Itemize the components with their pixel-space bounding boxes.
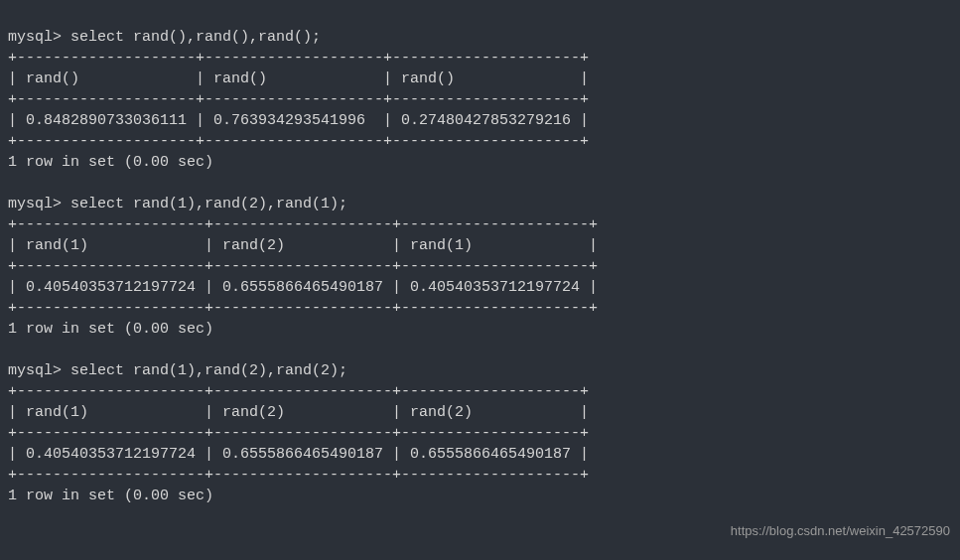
prompt: mysql> [8,362,62,379]
table-border: +--------------------+------------------… [8,50,589,67]
sql-command: select rand(),rand(),rand(); [70,29,321,46]
table-border: +---------------------+-----------------… [8,383,589,400]
watermark-text: https://blog.csdn.net/weixin_42572590 [731,522,950,540]
table-border: +---------------------+-----------------… [8,216,598,233]
result-footer: 1 row in set (0.00 sec) [8,321,213,338]
table-border: +---------------------+-----------------… [8,425,589,442]
table-border: +--------------------+------------------… [8,91,589,108]
table-border: +---------------------+-----------------… [8,300,598,317]
table-header: | rand(1) | rand(2) | rand(2) | [8,404,589,421]
terminal-output: mysql> select rand(),rand(),rand(); +---… [8,6,952,506]
sql-command: select rand(1),rand(2),rand(1); [70,196,347,212]
table-row: | 0.8482890733036111 | 0.763934293541996… [8,112,589,129]
result-footer: 1 row in set (0.00 sec) [8,488,213,504]
table-border: +---------------------+-----------------… [8,467,589,484]
prompt: mysql> [8,196,62,212]
sql-command: select rand(1),rand(2),rand(2); [70,362,347,379]
table-border: +--------------------+------------------… [8,133,589,150]
table-border: +---------------------+-----------------… [8,258,598,275]
prompt: mysql> [8,29,62,46]
table-row: | 0.40540353712197724 | 0.65558664654901… [8,279,598,296]
table-header: | rand(1) | rand(2) | rand(1) | [8,237,598,254]
table-row: | 0.40540353712197724 | 0.65558664654901… [8,446,589,463]
table-header: | rand() | rand() | rand() | [8,70,589,87]
result-footer: 1 row in set (0.00 sec) [8,154,213,171]
